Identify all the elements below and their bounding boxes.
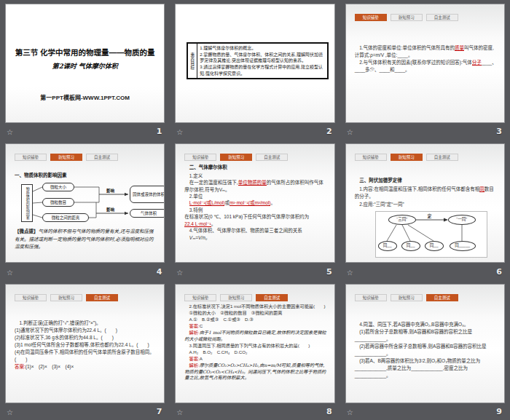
tab-zizhuceshi[interactable]: 自主测试 — [256, 154, 288, 161]
tab-zizhuceshi[interactable]: 自主测试 — [426, 14, 458, 21]
tab-zhishipudian[interactable]: 知识铺垫 — [355, 154, 387, 161]
transition-star-icon: ☆ — [7, 269, 13, 277]
explanation-line: 解析:摩尔质量CO₂>O₂>CH₄>H₂,由n=m/M可知,质量相等的气体,物质… — [184, 362, 327, 382]
tab-zizhuceshi[interactable]: 自主测试 — [256, 294, 288, 301]
slide-cell-1[interactable]: 第三节 化学中常用的物理量——物质的量 第2课时 气体摩尔体积 第一PPT模板网… — [0, 0, 170, 140]
ellipse-blank: 同__ — [425, 241, 444, 251]
diagram-arrow-label: 影响 — [106, 207, 114, 213]
objective-item: 3.通过演绎掌握物质的量在化学方程式计算中的应用,建立模型认知,强化科学探究意识… — [200, 64, 324, 76]
ellipse-blank: 同_____ — [450, 241, 476, 251]
objectives-vertical-label: 素养目标 — [188, 44, 197, 78]
tab-xinzhiyuxi[interactable]: 新知预习 — [220, 294, 252, 301]
options-line: A.① B.②或③ C.①或③ D.③ — [184, 317, 327, 323]
diagram-target: 气体体积 — [130, 209, 165, 218]
explanation-line: 解析:由于1 mol不同物质的微粒数目已确定,故体积的决定因素是微粒的大小或微粒… — [184, 330, 327, 343]
text-line: (4)在同温同压条件下,相同体积的任何气体单质所含原子数目相同。( ) — [15, 349, 157, 363]
tab-zhishipudian[interactable]: 知识铺垫 — [355, 294, 387, 301]
slide-body: 2.在标准状况下,决定1 mol不同物质体积大小的主要因素可能是( ) ①微粒的… — [184, 304, 327, 382]
slide-thumbnail-5[interactable]: 知识铺垫 新知预习 自主测试 二、气体摩尔体积 1.定义 在一定的温度和压强下,… — [175, 143, 334, 263]
slide-body: 4.同温、同压下,若A容器中充满O₂,B容器中充满O₃。 (1)若所含分子总数相… — [355, 321, 498, 380]
slide-cell-9[interactable]: 知识铺垫 新知预习 自主测试 4.同温、同压下,若A容器中充满O₂,B容器中充满… — [340, 280, 510, 420]
tab-zhishipudian[interactable]: 知识铺垫 — [184, 294, 216, 301]
avogadro-diagram: “三同” “一同” 定 同__ 同__ 同__ 同_____ — [375, 211, 487, 258]
slide-thumbnail-8[interactable]: 知识铺垫 新知预习 自主测试 2.在标准状况下,决定1 mol不同物质体积大小的… — [175, 284, 334, 403]
question-line: (1)若所含分子总数相等,则A容器和B容器的容积之比是____________。 — [355, 328, 498, 343]
text-line: 1.内容:在相同温度和压强下,相同体积的任何气体都含有相同数目的分子。 — [355, 186, 498, 200]
section-tabs: 知识铺垫 新知预习 自主测试 — [355, 154, 458, 161]
tip-paragraph: 【微点拨】气体的体积不但与气体的物质的量有关,还与温度和压强有关。描述或判断一定… — [15, 228, 157, 250]
slide-number: 6 — [496, 267, 502, 277]
transition-star-icon: ☆ — [176, 269, 183, 277]
diagram-node: 微粒大小 — [42, 183, 74, 191]
slide-cell-8[interactable]: 知识铺垫 新知预习 自主测试 2.在标准状况下,决定1 mol不同物质体积大小的… — [170, 280, 340, 420]
tab-xinzhiyuxi[interactable]: 新知预习 — [391, 14, 423, 21]
tab-zizhuceshi[interactable]: 自主测试 — [426, 154, 458, 161]
text-line: 在一定的温度和压强下,单位物质的量的气体所占的体积叫作气体摩尔体积,符号为Vₘ。 — [184, 179, 327, 193]
ellipse-santong: “三同” — [388, 215, 416, 225]
slide-cell-6[interactable]: 知识铺垫 新知预习 自主测试 三、阿伏加德罗定律 1.内容:在相同温度和压强下,… — [340, 140, 510, 280]
slide-cell-5[interactable]: 知识铺垫 新知预习 自主测试 二、气体摩尔体积 1.定义 在一定的温度和压强下,… — [170, 140, 340, 280]
lesson-subtitle: 第2课时 气体摩尔体积 — [6, 61, 164, 71]
slide-thumbnail-6[interactable]: 知识铺垫 新知预习 自主测试 三、阿伏加德罗定律 1.内容:在相同温度和压强下,… — [345, 143, 505, 263]
slide-thumbnail-4[interactable]: 知识铺垫 新知预习 自主测试 一、物质体积的影响因素 — [5, 143, 165, 263]
options-line: ①微粒的大小 ②微粒的数目 ③微粒间的距离 — [184, 310, 327, 317]
tab-zhishipudian[interactable]: 知识铺垫 — [184, 154, 216, 161]
answer-line: 答案:A — [184, 356, 327, 362]
ellipse-blank: 同__ — [378, 241, 397, 251]
ellipse-yitong: “一同” — [448, 215, 476, 225]
slide-thumbnail-3[interactable]: 知识铺垫 新知预习 自主测试 1.气体的密度和单位:单位体积的气体所具有的质量叫… — [345, 4, 505, 123]
question-line: 4.同温、同压下,若A容器中充满O₂,B容器中充满O₃。 — [355, 321, 498, 328]
slide-thumbnail-1[interactable]: 第三节 化学中常用的物理量——物质的量 第2课时 气体摩尔体积 第一PPT模板网… — [5, 4, 165, 123]
transition-star-icon: ☆ — [347, 409, 353, 416]
objective-item: 1.理解气体摩尔体积的概念。 — [200, 45, 324, 52]
tab-zhishipudian[interactable]: 知识铺垫 — [15, 154, 47, 161]
text-line: (2)标准状况下,36 g水的体积约为44.8 L。( ) — [15, 334, 157, 341]
tab-xinzhiyuxi[interactable]: 新知预习 — [391, 294, 423, 301]
slide-number: 4 — [157, 267, 162, 277]
question-line: (2)若两容器中所含原子总数相等,则A容器和B容器的容积比是__________… — [355, 343, 498, 357]
slide-cell-2[interactable]: 素养目标 1.理解气体摩尔体积的概念。 2.掌握物质的量、气体摩尔体积、体积之间… — [170, 0, 340, 140]
slide-thumbnail-7[interactable]: 知识铺垫 新知预习 自主测试 1.判断正误(正确的打“√”,错误的打“×”)。 … — [5, 284, 165, 403]
text-line: 3.特例 — [184, 207, 327, 213]
section-heading: 三、阿伏加德罗定律 — [355, 177, 498, 184]
text-line: (3)1 mol任何气体所含分子数都相等,体积也都约为22.4 L。( ) — [15, 341, 157, 349]
section-tabs: 知识铺垫 新知预习 自主测试 — [15, 154, 118, 161]
section-tabs: 知识铺垫 新知预习 自主测试 — [184, 294, 288, 301]
slide-thumbnail-9[interactable]: 知识铺垫 新知预习 自主测试 4.同温、同压下,若A容器中充满O₂,B容器中充满… — [345, 284, 505, 403]
transition-star-icon: ☆ — [7, 409, 13, 416]
tab-xinzhiyuxi[interactable]: 新知预习 — [391, 154, 423, 161]
text-line: 1.判断正误(正确的打“√”,错误的打“×”)。 — [15, 320, 157, 327]
transition-star-icon: ☆ — [347, 129, 353, 136]
options-line: A.H₂ B.O₂ C.CH₄ D.CO₂ — [184, 349, 327, 356]
transition-star-icon: ☆ — [347, 269, 353, 277]
slide-body: 1.判断正误(正确的打“√”,错误的打“×”)。 (1)通常状况下的气体摩尔体积… — [15, 320, 157, 371]
slide-cell-3[interactable]: 知识铺垫 新知预习 自主测试 1.气体的密度和单位:单位体积的气体所具有的质量叫… — [340, 0, 510, 140]
slide-body: 三、阿伏加德罗定律 1.内容:在相同温度和压强下,相同体积的任何气体都含有相同数… — [355, 177, 498, 257]
tab-zizhuceshi[interactable]: 自主测试 — [86, 294, 118, 301]
tab-zhishipudian[interactable]: 知识铺垫 — [15, 294, 47, 301]
template-site-footer: 第一PPT模板网-WWW.1PPT.COM — [6, 93, 164, 101]
diagram-target: 固体或液体的体积 — [130, 186, 165, 203]
tab-xinzhiyuxi[interactable]: 新知预习 — [50, 154, 82, 161]
slide-cell-4[interactable]: 知识铺垫 新知预习 自主测试 一、物质体积的影响因素 — [0, 140, 170, 280]
tab-xinzhiyuxi[interactable]: 新知预习 — [220, 154, 252, 161]
tab-zizhuceshi[interactable]: 自主测试 — [86, 154, 118, 161]
objectives-box: 素养目标 1.理解气体摩尔体积的概念。 2.掌握物质的量、气体摩尔体积、体积之间… — [187, 42, 328, 79]
diagram-source-box: 物质体积的影响因素 — [21, 184, 33, 222]
slide-number: 8 — [326, 407, 332, 416]
slide-number: 2 — [326, 127, 332, 136]
transition-star-icon: ☆ — [7, 129, 13, 136]
answer-line: 答案:C — [184, 323, 327, 330]
slide-thumbnail-2[interactable]: 素养目标 1.理解气体摩尔体积的概念。 2.掌握物质的量、气体摩尔体积、体积之间… — [175, 4, 334, 123]
diagram-node: 微粒之间的距离 — [42, 213, 89, 222]
tab-zhishipudian[interactable]: 知识铺垫 — [355, 14, 387, 21]
slide-cell-7[interactable]: 知识铺垫 新知预习 自主测试 1.判断正误(正确的打“√”,错误的打“×”)。 … — [0, 280, 170, 420]
tab-xinzhiyuxi[interactable]: 新知预习 — [50, 294, 82, 301]
text-line: 在标准状况(0 ℃、101 kPa)下任何气体的气体摩尔体积约为 — [184, 213, 327, 220]
slide-body: 1.气体的密度和单位:单位体积的气体所具有的质量叫气体的密度,计算式:ρ=m/V… — [355, 44, 498, 74]
tab-zizhuceshi[interactable]: 自主测试 — [426, 294, 458, 301]
section-heading: 二、气体摩尔体积 — [184, 164, 327, 170]
slide-number: 3 — [496, 127, 502, 136]
text-line: (1)通常状况下的气体摩尔体积约为22.4 L。( ) — [15, 327, 157, 334]
slide-number: 1 — [157, 127, 162, 136]
